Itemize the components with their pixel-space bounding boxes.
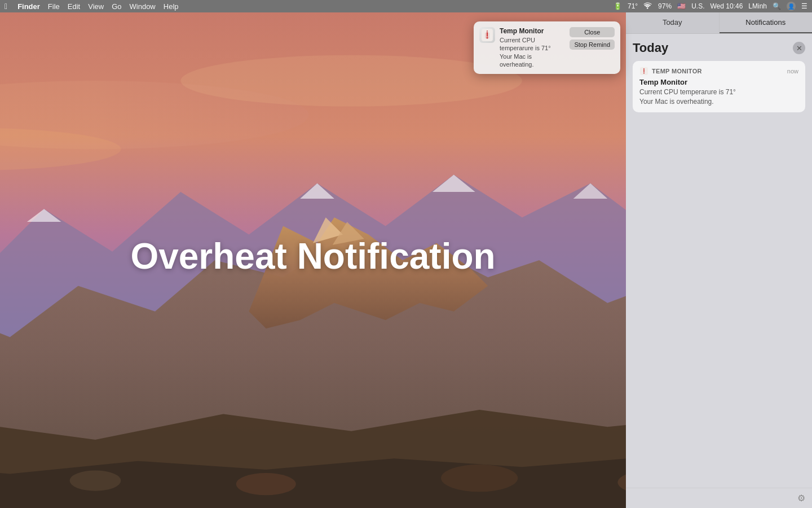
svg-point-2 [180, 55, 522, 107]
menubar-window[interactable]: Window [130, 2, 156, 11]
temperature-display: 71° [628, 2, 638, 10]
battery-icon: 🔋 [614, 2, 622, 10]
tab-today[interactable]: Today [626, 12, 720, 33]
battery-percentage: 97% [658, 2, 672, 10]
notif-title: Temp Monitor [639, 78, 798, 86]
desktop: Overheat Notification [0, 12, 626, 508]
menubar-help[interactable]: Help [164, 2, 179, 11]
svg-point-17 [236, 473, 296, 495]
toast-app-icon [479, 27, 495, 43]
flag-icon: 🇺🇸 [677, 2, 686, 10]
datetime: Wed 10:46 [710, 2, 743, 10]
toast-close-button[interactable]: Close [570, 27, 615, 37]
panel-section-close-button[interactable]: ✕ [793, 42, 805, 54]
apple-menu[interactable]:  [5, 2, 7, 11]
notif-time: now [787, 68, 798, 75]
svg-rect-21 [487, 32, 488, 37]
us-label: U.S. [691, 2, 704, 10]
toast-body: Current CPU temperarure is 71° Your Mac … [500, 36, 566, 68]
username: LMinh [748, 2, 767, 10]
menu-icon[interactable]: ☰ [801, 2, 807, 10]
panel-section-header: Today ✕ [633, 41, 805, 55]
svg-point-16 [70, 470, 121, 491]
notif-line1: Current CPU temperarure is 71° [639, 88, 736, 96]
panel-settings-icon[interactable]: ⚙ [797, 493, 805, 503]
toast-title: Temp Monitor [500, 27, 566, 35]
wifi-icon [643, 2, 652, 11]
notif-card-header: TEMP MONITOR now [639, 67, 798, 76]
toast-buttons: Close Stop Remind [570, 27, 615, 50]
menubar-view[interactable]: View [88, 2, 104, 11]
svg-point-25 [643, 73, 645, 74]
notif-line2: Your Mac is overheating. [639, 98, 714, 106]
notification-toast: Temp Monitor Current CPU temperarure is … [474, 21, 620, 74]
panel-footer: ⚙ [626, 488, 812, 508]
notif-card-app: TEMP MONITOR [639, 67, 702, 76]
svg-point-22 [487, 37, 488, 39]
notif-app-icon [639, 67, 648, 76]
menubar:  Finder File Edit View Go Window Help 🔋… [0, 0, 812, 12]
menubar-left:  Finder File Edit View Go Window Help [5, 2, 179, 11]
toast-line1: Current CPU temperarure is 71° [500, 37, 551, 51]
menubar-right: 🔋 71° 97% 🇺🇸 U.S. Wed 10:46 LMinh 🔍 👤 ☰ [614, 2, 807, 11]
notif-app-name: TEMP MONITOR [652, 68, 702, 75]
panel-content: Today ✕ TEMP MONITOR now [626, 34, 812, 488]
svg-point-18 [441, 465, 518, 492]
desktop-title: Overheat Notification [130, 235, 495, 277]
menubar-go[interactable]: Go [112, 2, 121, 11]
svg-rect-24 [643, 69, 645, 72]
notification-card: TEMP MONITOR now Temp Monitor Current CP… [633, 61, 805, 112]
avatar-icon[interactable]: 👤 [787, 2, 796, 11]
menubar-file[interactable]: File [48, 2, 60, 11]
menubar-edit[interactable]: Edit [68, 2, 80, 11]
panel-section-title: Today [633, 41, 668, 55]
search-icon[interactable]: 🔍 [773, 2, 781, 10]
notif-message: Current CPU temperarure is 71° Your Mac … [639, 87, 798, 107]
toast-content: Temp Monitor Current CPU temperarure is … [500, 27, 566, 68]
panel-tabs: Today Notifications [626, 12, 812, 34]
tab-notifications[interactable]: Notifications [720, 12, 813, 33]
menubar-app-name[interactable]: Finder [17, 2, 40, 11]
toast-stop-remind-button[interactable]: Stop Remind [570, 40, 615, 50]
notification-panel: Today Notifications Today ✕ [626, 12, 812, 508]
toast-line2: Your Mac is overheating. [500, 53, 534, 68]
